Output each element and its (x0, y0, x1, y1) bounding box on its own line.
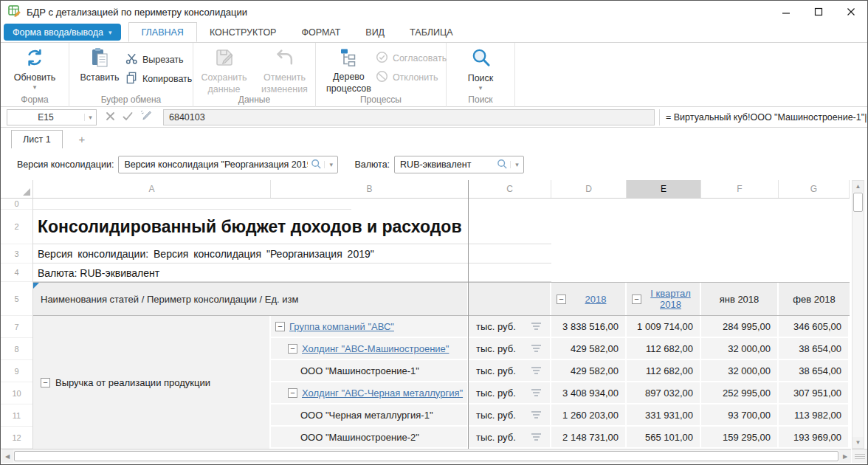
article-group-cell[interactable]: − Выручка от реализации продукции (33, 316, 271, 449)
filter-icon[interactable] (531, 367, 541, 374)
search-button[interactable]: Поиск ▾ (447, 43, 514, 91)
approve-button[interactable]: Согласовать (376, 49, 447, 68)
value-cell[interactable]: 429 582,00 (551, 338, 627, 360)
scroll-up-icon[interactable]: ▲ (852, 181, 864, 192)
row-header-10[interactable]: 10 (1, 382, 32, 404)
value-cell[interactable]: 159 295,00 (701, 427, 779, 449)
unit-cell[interactable]: тыс. руб. (469, 316, 551, 338)
column-header-A[interactable]: A (33, 180, 271, 198)
scroll-left-icon[interactable]: ◀ (1, 450, 13, 463)
entity-name-cell[interactable]: −Холдинг "АВС-Машиностроение" (271, 338, 469, 360)
unit-cell[interactable]: тыс. руб. (469, 404, 551, 427)
vertical-scroll-thumb[interactable] (853, 193, 863, 212)
report-version-row[interactable]: Версия консолидации: Версия консолидация… (33, 244, 850, 264)
process-tree-button[interactable]: Дерево процессов (326, 43, 371, 94)
period-link-q1-2018[interactable]: I квартал 2018 (644, 288, 697, 310)
header-cell-jan-2018[interactable]: янв 2018 (701, 283, 779, 315)
entity-link[interactable]: Холдинг "АВС-Черная металлургия" (302, 388, 463, 399)
chevron-down-icon[interactable]: ▾ (510, 161, 523, 168)
report-title-row[interactable]: Консолидированный бюджет доходов и расхо… (33, 210, 850, 244)
value-cell[interactable]: 1 009 714,00 (627, 316, 701, 338)
entity-link[interactable]: Группа компаний "АВС" (289, 321, 394, 332)
collapse-icon[interactable]: − (288, 344, 297, 354)
value-cell[interactable]: 331 931,00 (627, 404, 701, 427)
value-cell[interactable]: 193 969,00 (779, 427, 850, 449)
collapse-icon[interactable]: − (41, 378, 50, 388)
header-cell-names[interactable]: Наименования статей / Периметр консолида… (33, 283, 469, 315)
value-cell[interactable]: 1 260 203,00 (551, 404, 627, 427)
value-cell[interactable]: 429 582,00 (551, 360, 627, 382)
row-header-11[interactable]: 11 (1, 404, 32, 427)
collapse-icon[interactable]: − (557, 294, 566, 304)
sheet-tab-list1[interactable]: Лист 1 (11, 130, 63, 148)
value-cell[interactable]: 252 995,00 (701, 382, 779, 404)
unit-cell[interactable]: тыс. руб. (469, 338, 551, 360)
save-data-button[interactable]: Сохранить данные (197, 43, 252, 94)
value-cell[interactable]: 93 700,00 (701, 404, 779, 427)
form-io-button[interactable]: Форма ввода/вывода ▾ (4, 24, 121, 41)
formula-input[interactable]: 6840103 (163, 109, 655, 125)
cut-button[interactable]: Вырезать (125, 50, 192, 69)
search-icon[interactable] (494, 159, 510, 170)
horizontal-scrollbar[interactable]: ◀ ▶ (1, 449, 851, 463)
report-currency-row[interactable]: Валюта: RUB-эквивалент (33, 264, 850, 282)
vertical-scrollbar[interactable]: ▲ ▼ (852, 180, 864, 449)
column-header-D[interactable]: D (551, 180, 627, 198)
value-cell[interactable]: 284 995,00 (701, 316, 779, 338)
menu-tab-таблица[interactable]: ТАБЛИЦА (397, 22, 466, 42)
value-cell[interactable]: 38 654,00 (779, 338, 850, 360)
minimize-button[interactable] (770, 1, 802, 23)
filter-icon[interactable] (531, 411, 541, 418)
menu-tab-конструктор[interactable]: КОНСТРУКТОР (197, 22, 289, 42)
collapse-icon[interactable]: − (632, 294, 641, 304)
scroll-down-icon[interactable]: ▼ (852, 437, 864, 448)
header-cell-feb-2018[interactable]: фев 2018 (779, 283, 850, 315)
menu-tab-главная[interactable]: ГЛАВНАЯ (128, 22, 197, 42)
column-header-G[interactable]: G (779, 180, 850, 198)
undo-changes-button[interactable]: Отменить изменения (258, 43, 312, 94)
maximize-button[interactable] (802, 1, 835, 23)
entity-name-cell[interactable]: ООО "Машиностроение-2" (271, 427, 469, 449)
paste-button[interactable]: Вставить (77, 43, 123, 89)
entity-name-cell[interactable]: −Холдинг "АВС-Черная металлургия" (271, 382, 469, 404)
reject-button[interactable]: Отклонить (376, 68, 447, 87)
edit-formula-icon[interactable] (140, 110, 152, 124)
value-cell[interactable]: 112 682,00 (627, 360, 701, 382)
column-header-C[interactable]: C (469, 180, 551, 198)
row-header-9[interactable]: 9 (1, 360, 32, 382)
entity-link[interactable]: Холдинг "АВС-Машиностроение" (302, 343, 449, 354)
consolidation-version-combo[interactable]: Версия консолидация "Реорганизация 2019"… (118, 156, 338, 173)
menu-tab-вид[interactable]: ВИД (353, 22, 397, 42)
row-header-3[interactable]: 3 (1, 244, 32, 264)
unit-cell[interactable]: тыс. руб. (469, 360, 551, 382)
column-header-F[interactable]: F (701, 180, 779, 198)
entity-name-cell[interactable]: ООО "Машиностроение-1" (271, 360, 469, 382)
value-cell[interactable]: 38 654,00 (779, 360, 850, 382)
horizontal-scroll-thumb[interactable] (14, 451, 838, 461)
filter-icon[interactable] (531, 433, 541, 441)
close-button[interactable] (835, 1, 867, 23)
entity-name-cell[interactable]: −Группа компаний "АВС" (271, 316, 469, 338)
row-header-4[interactable]: 4 (1, 264, 32, 282)
unit-cell[interactable]: тыс. руб. (469, 382, 551, 404)
value-cell[interactable]: 3 408 934,00 (551, 382, 627, 404)
unit-cell[interactable]: тыс. руб. (469, 427, 551, 449)
chevron-down-icon[interactable]: ▾ (324, 161, 337, 168)
currency-combo[interactable]: RUB-эквивалент ▾ (394, 156, 524, 173)
copy-button[interactable]: Копировать (125, 69, 192, 89)
row-header-12[interactable]: 12 (1, 427, 32, 449)
value-cell[interactable]: 307 951,00 (779, 382, 850, 404)
cancel-entry-icon[interactable] (106, 111, 115, 124)
value-cell[interactable]: 113 982,00 (779, 404, 850, 427)
search-icon[interactable] (308, 159, 324, 170)
row-header-7[interactable]: 7 (1, 316, 32, 338)
row-header-5[interactable]: 5 (1, 282, 32, 316)
row-header-8[interactable]: 8 (1, 338, 32, 360)
value-cell[interactable]: 3 838 516,00 (551, 316, 627, 338)
add-sheet-button[interactable]: + (73, 130, 92, 148)
header-cell-q1-2018[interactable]: − I квартал 2018 (627, 283, 701, 315)
value-cell[interactable]: 346 605,00 (779, 316, 850, 338)
scroll-right-icon[interactable]: ▶ (839, 450, 851, 463)
value-cell[interactable]: 112 682,00 (627, 338, 701, 360)
period-link-2018[interactable]: 2018 (585, 294, 607, 305)
